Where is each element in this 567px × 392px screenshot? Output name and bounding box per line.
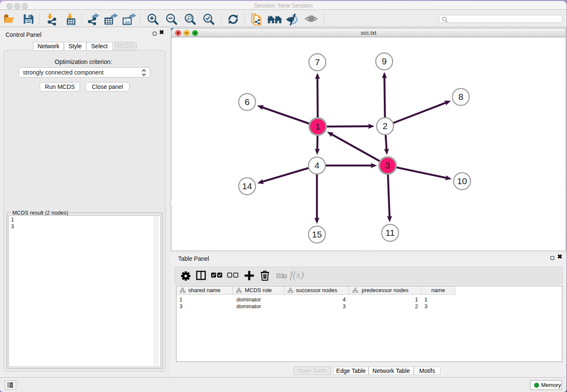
svg-text:6: 6 bbox=[245, 97, 250, 107]
svg-text:8: 8 bbox=[458, 92, 463, 102]
svg-text:4: 4 bbox=[314, 160, 319, 170]
svg-text:11: 11 bbox=[385, 228, 395, 237]
svg-text:3: 3 bbox=[385, 160, 390, 170]
svg-text:14: 14 bbox=[242, 181, 252, 191]
svg-text:2: 2 bbox=[383, 121, 388, 131]
svg-text:7: 7 bbox=[315, 57, 320, 67]
svg-text:10: 10 bbox=[457, 176, 467, 186]
svg-text:9: 9 bbox=[382, 56, 387, 66]
svg-text:15: 15 bbox=[312, 229, 322, 239]
svg-text:1: 1 bbox=[315, 121, 320, 131]
